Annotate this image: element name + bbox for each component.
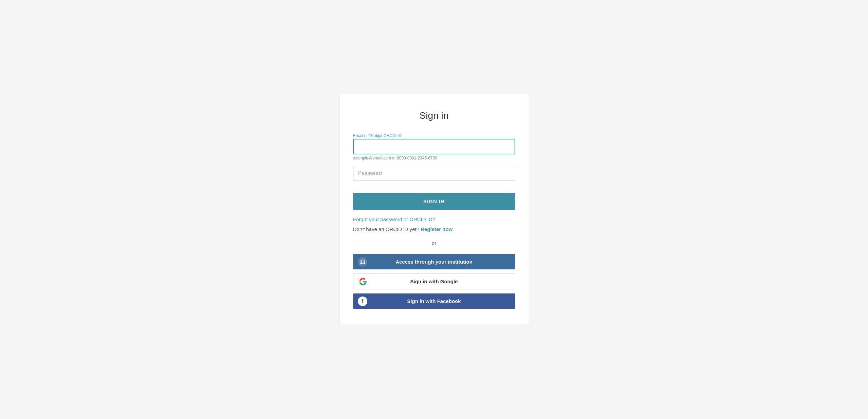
- signin-button[interactable]: SIGN IN: [353, 193, 515, 210]
- email-input-wrapper: [353, 139, 515, 154]
- divider: or: [353, 240, 515, 246]
- email-input[interactable]: [353, 139, 515, 154]
- email-hint: example@email.com or 0000-0001-2345-6789: [353, 156, 515, 160]
- password-input[interactable]: [353, 166, 515, 181]
- sign-in-card: Sign in Email or 16-digit ORCID iD examp…: [339, 94, 529, 325]
- divider-line-left: [353, 243, 426, 243]
- facebook-icon: f: [358, 297, 367, 306]
- google-icon: [358, 277, 368, 286]
- register-text: Don't have an ORCID iD yet? Register now: [353, 226, 515, 232]
- google-button[interactable]: Sign in with Google: [353, 273, 515, 289]
- forgot-password-link[interactable]: Forgot your password or ORCID ID?: [353, 216, 515, 222]
- facebook-button[interactable]: f Sign in with Facebook: [353, 293, 515, 309]
- google-button-label: Sign in with Google: [359, 279, 509, 284]
- institution-button[interactable]: Access through your institution: [353, 254, 515, 269]
- password-field-group: [353, 166, 515, 181]
- facebook-button-label: Sign in with Facebook: [359, 298, 510, 304]
- divider-text: or: [426, 240, 442, 246]
- email-label: Email or 16-digit ORCID iD: [353, 133, 515, 138]
- institution-button-label: Access through your institution: [359, 259, 510, 265]
- page-title: Sign in: [353, 110, 515, 121]
- email-field-group: Email or 16-digit ORCID iD example@email…: [353, 133, 515, 160]
- register-link[interactable]: Register now: [421, 226, 452, 232]
- social-buttons-group: Access through your institution Sign in …: [353, 254, 515, 309]
- institution-icon: [358, 257, 367, 267]
- divider-line-right: [442, 243, 515, 243]
